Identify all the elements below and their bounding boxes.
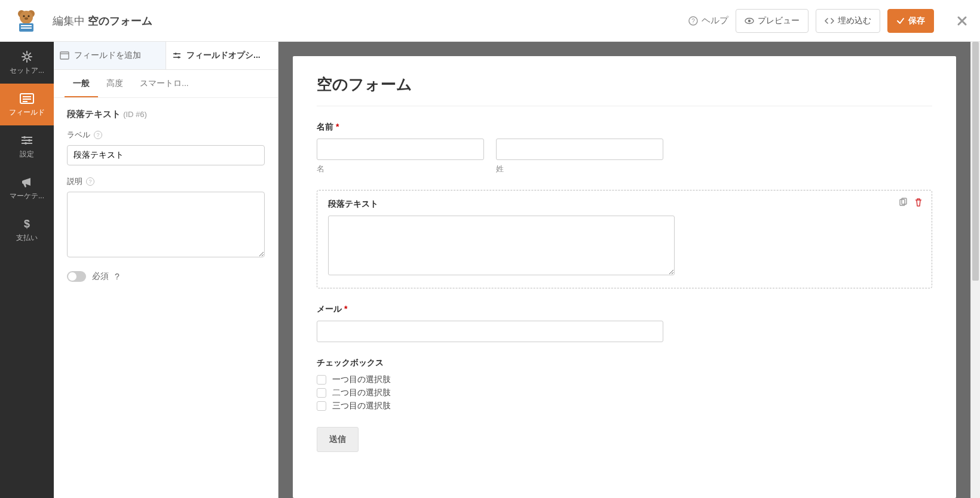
help-label: ヘルプ bbox=[702, 15, 728, 26]
nav-item-settings[interactable]: 設定 bbox=[0, 125, 54, 167]
close-icon bbox=[956, 15, 968, 27]
description-textarea[interactable] bbox=[67, 192, 265, 257]
preview-area: 空のフォーム 名前 * 名 姓 bbox=[278, 42, 970, 498]
checkbox-option[interactable]: 三つ目の選択肢 bbox=[317, 401, 932, 411]
field-paragraph-selected[interactable]: 段落テキスト bbox=[317, 190, 932, 288]
checkbox-input[interactable] bbox=[317, 401, 326, 411]
preview-button[interactable]: プレビュー bbox=[736, 9, 808, 33]
subtab-smart-logic[interactable]: スマートロ... bbox=[131, 70, 197, 97]
submit-button[interactable]: 送信 bbox=[317, 427, 359, 452]
checkbox-option-label: 一つ目の選択肢 bbox=[332, 374, 391, 385]
tab-label: フィールドオプシ... bbox=[186, 50, 261, 61]
nav-label: 設定 bbox=[20, 149, 34, 159]
checkbox-option-label: 二つ目の選択肢 bbox=[332, 388, 391, 398]
embed-button[interactable]: 埋め込む bbox=[816, 9, 880, 33]
email-input[interactable] bbox=[317, 321, 663, 342]
eye-icon bbox=[745, 16, 754, 26]
name-label: 名前 * bbox=[317, 122, 932, 133]
help-link[interactable]: ? ヘルプ bbox=[688, 15, 728, 26]
paragraph-label: 段落テキスト bbox=[328, 199, 921, 210]
svg-point-22 bbox=[28, 139, 30, 142]
nav-label: フィールド bbox=[9, 107, 45, 118]
check-icon bbox=[896, 17, 905, 25]
app-logo bbox=[12, 7, 41, 35]
dollar-icon: $ bbox=[20, 217, 33, 230]
subtab-general[interactable]: 一般 bbox=[65, 70, 98, 97]
subtab-advanced[interactable]: 高度 bbox=[98, 70, 131, 97]
svg-text:$: $ bbox=[24, 218, 30, 230]
bullhorn-icon bbox=[20, 176, 33, 189]
delete-field-button[interactable] bbox=[914, 198, 923, 207]
tab-add-field[interactable]: フィールドを追加 bbox=[54, 42, 166, 69]
nav-label: 支払い bbox=[16, 233, 38, 243]
trash-icon bbox=[914, 198, 923, 207]
nav-item-payments[interactable]: $ 支払い bbox=[0, 209, 54, 251]
svg-point-3 bbox=[23, 15, 24, 17]
svg-rect-7 bbox=[21, 25, 32, 26]
required-toggle[interactable] bbox=[67, 271, 86, 282]
duplicate-field-button[interactable] bbox=[898, 198, 908, 207]
close-button[interactable] bbox=[956, 15, 968, 27]
first-name-input[interactable] bbox=[317, 139, 484, 160]
nav-label: セットア... bbox=[10, 66, 44, 76]
nav-item-marketing[interactable]: マーケテ... bbox=[0, 167, 54, 209]
required-label: 必須 bbox=[92, 271, 109, 282]
window-icon bbox=[60, 51, 69, 60]
svg-rect-8 bbox=[21, 27, 32, 29]
help-icon[interactable]: ? bbox=[94, 131, 102, 139]
help-icon[interactable]: ? bbox=[115, 272, 120, 281]
label-field-label: ラベル ? bbox=[67, 130, 265, 140]
preview-label: プレビュー bbox=[758, 16, 800, 26]
svg-point-29 bbox=[174, 53, 177, 55]
checkbox-option-label: 三つ目の選択肢 bbox=[332, 401, 391, 411]
svg-point-30 bbox=[177, 56, 180, 59]
paragraph-textarea[interactable] bbox=[328, 216, 675, 275]
nav-item-fields[interactable]: フィールド bbox=[0, 84, 54, 125]
copy-icon bbox=[898, 198, 908, 207]
label-input[interactable] bbox=[67, 145, 265, 165]
svg-text:?: ? bbox=[691, 18, 695, 24]
field-type-name: 段落テキスト bbox=[67, 109, 121, 119]
svg-point-23 bbox=[24, 142, 27, 145]
field-email[interactable]: メール * bbox=[317, 304, 932, 342]
embed-label: 埋め込む bbox=[838, 16, 871, 26]
field-type-title: 段落テキスト (ID #6) bbox=[67, 109, 265, 120]
form-icon bbox=[19, 92, 35, 105]
form-name: 空のフォーム bbox=[88, 15, 152, 27]
svg-point-13 bbox=[25, 54, 29, 59]
checkbox-option[interactable]: 一つ目の選択肢 bbox=[317, 374, 932, 385]
svg-point-4 bbox=[27, 15, 29, 17]
checkbox-input[interactable] bbox=[317, 375, 326, 385]
sliders-icon bbox=[20, 134, 33, 147]
save-label: 保存 bbox=[908, 16, 925, 26]
field-name[interactable]: 名前 * 名 姓 bbox=[317, 122, 932, 174]
field-checkbox[interactable]: チェックボックス 一つ目の選択肢 二つ目の選択肢 三つ目の選択肢 bbox=[317, 358, 932, 411]
email-label: メール * bbox=[317, 304, 932, 315]
code-icon bbox=[825, 16, 834, 26]
gear-icon bbox=[20, 50, 33, 63]
save-button[interactable]: 保存 bbox=[887, 9, 934, 33]
field-id: (ID #6) bbox=[123, 110, 147, 119]
title-prefix: 編集中 bbox=[53, 15, 85, 27]
nav-item-setup[interactable]: セットア... bbox=[0, 42, 54, 84]
description-field-label: 説明 ? bbox=[67, 176, 265, 187]
svg-point-12 bbox=[748, 19, 751, 21]
top-bar: 編集中 空のフォーム ? ヘルプ プレビュー 埋め込む bbox=[0, 0, 980, 42]
tab-field-options[interactable]: フィールドオプシ... bbox=[166, 42, 278, 69]
sliders-small-icon bbox=[172, 51, 182, 60]
help-icon: ? bbox=[688, 16, 698, 26]
form-title: 空のフォーム bbox=[317, 74, 932, 106]
svg-rect-25 bbox=[60, 52, 69, 59]
last-name-input[interactable] bbox=[496, 139, 663, 160]
checkbox-input[interactable] bbox=[317, 388, 326, 398]
checkbox-option[interactable]: 二つ目の選択肢 bbox=[317, 388, 932, 398]
first-name-sublabel: 名 bbox=[317, 164, 484, 174]
checkbox-label: チェックボックス bbox=[317, 358, 932, 368]
scrollbar-thumb[interactable] bbox=[972, 42, 979, 281]
vertical-scrollbar[interactable] bbox=[970, 42, 980, 498]
sidebar-panel: フィールドを追加 フィールドオプシ... 一般 高度 スマートロ... 段落テキ… bbox=[54, 42, 278, 498]
page-title: 編集中 空のフォーム bbox=[53, 14, 152, 28]
help-icon[interactable]: ? bbox=[86, 177, 94, 186]
tab-label: フィールドを追加 bbox=[74, 50, 141, 61]
left-nav: セットア... フィールド 設定 マーケテ... bbox=[0, 42, 54, 498]
